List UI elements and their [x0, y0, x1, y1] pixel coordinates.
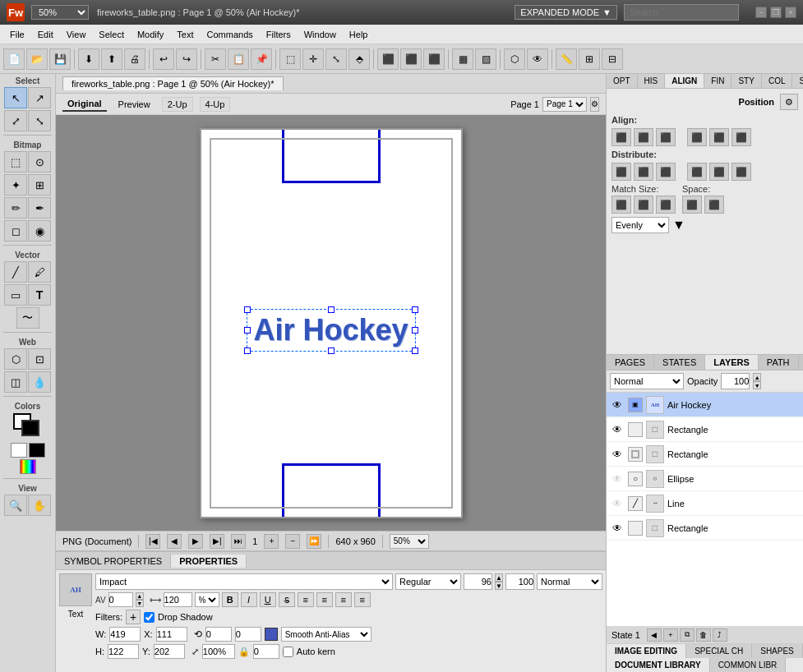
zoom-selector[interactable]: 50% 100% 200% — [31, 5, 89, 20]
text-selection-box[interactable]: Air Hockey — [246, 309, 415, 352]
align-right-btn[interactable]: ⬛ — [656, 128, 676, 146]
panel-tab-swa[interactable]: SWA — [792, 74, 803, 88]
library-tab-common[interactable]: COMMON LIBR — [710, 658, 787, 672]
handle-bl[interactable] — [243, 348, 250, 354]
state-dup-btn[interactable]: ⧉ — [680, 628, 695, 642]
layer-item-ellipse[interactable]: 👁 ○ ○ Ellipse — [607, 467, 803, 491]
document-tab[interactable]: fireworks_table.png : Page 1 @ 50% (Air … — [62, 76, 284, 90]
font-size-down[interactable]: ▼ — [495, 582, 503, 590]
av-input[interactable] — [108, 592, 133, 607]
toolbar-mask[interactable]: ⬡ — [504, 48, 525, 70]
align-top-btn[interactable]: ⬛ — [687, 128, 707, 146]
nav-add-frame[interactable]: + — [264, 534, 279, 549]
space-h-btn[interactable]: ⬛ — [682, 196, 702, 214]
font-family-select[interactable]: Impact — [95, 573, 393, 590]
toolbar-skew[interactable]: ⬘ — [348, 48, 370, 70]
align-left-btn[interactable]: ⬛ — [611, 128, 631, 146]
fill-color-swatch[interactable] — [265, 628, 278, 641]
dist-center-v-btn[interactable]: ⬛ — [709, 163, 729, 181]
bold-button[interactable]: B — [222, 592, 238, 607]
tool-skew[interactable]: ⤡ — [28, 110, 51, 131]
toolbar-group[interactable]: ▦ — [452, 48, 473, 70]
sym-tab-properties[interactable]: PROPERTIES — [171, 555, 247, 568]
tool-blur[interactable]: ◉ — [28, 220, 51, 242]
match-height-btn[interactable]: ⬛ — [634, 196, 653, 214]
restore-button[interactable]: ❒ — [770, 7, 782, 18]
view-tab-preview[interactable]: Preview — [113, 98, 155, 111]
layers-blend-select[interactable]: Normal — [610, 373, 684, 389]
layer-item-rect1[interactable]: 👁 ⬚ Rectangle — [607, 417, 803, 442]
autokern-checkbox[interactable] — [283, 647, 293, 657]
nav-prev[interactable]: ◀ — [167, 534, 182, 549]
tool-pointer[interactable]: ↖ — [4, 87, 27, 108]
panel-tab-his[interactable]: HIS — [638, 74, 666, 88]
antialias-select[interactable]: Smooth Anti-Alias — [281, 627, 372, 642]
swatch-1[interactable] — [11, 443, 27, 458]
tool-hotspot[interactable]: ⬡ — [4, 348, 27, 370]
y-input[interactable] — [154, 644, 185, 659]
layer-eye-air-hockey[interactable]: 👁 — [610, 398, 625, 412]
tool-hand[interactable]: ✋ — [28, 495, 51, 516]
bottom-tab-states[interactable]: STATES — [654, 355, 705, 370]
panel-tab-align[interactable]: ALIGN — [665, 74, 704, 88]
toolbar-align-right[interactable]: ⬛ — [423, 48, 445, 70]
h-input[interactable] — [108, 644, 139, 659]
sym-tab-symbol[interactable]: SYMBOL PROPERTIES — [56, 555, 171, 568]
handle-tr[interactable] — [412, 306, 418, 313]
panel-tab-fin[interactable]: FIN — [704, 74, 731, 88]
handle-ml[interactable] — [243, 327, 250, 334]
toolbar-copy[interactable]: 📋 — [228, 48, 249, 70]
tool-lasso[interactable]: ⊙ — [28, 151, 51, 173]
handle-bm[interactable] — [328, 348, 335, 354]
layer-eye-line[interactable]: 👁 — [610, 496, 625, 511]
menu-view[interactable]: View — [60, 28, 93, 41]
state-move-btn[interactable]: ⤴ — [713, 628, 727, 642]
text-align-justify[interactable]: ≡ — [354, 592, 371, 607]
toolbar-import[interactable]: ⬇ — [78, 48, 99, 70]
stroke-fill-indicator[interactable] — [13, 413, 43, 440]
swatch-3[interactable] — [20, 459, 36, 474]
underline-button[interactable]: U — [260, 592, 276, 607]
tool-pen[interactable]: 🖊 — [28, 261, 51, 283]
swatch-2[interactable] — [29, 443, 45, 458]
scale-x-input[interactable] — [202, 644, 235, 659]
tool-eraser[interactable]: ◻ — [4, 220, 27, 242]
nav-last[interactable]: ⏭ — [231, 534, 246, 549]
italic-button[interactable]: I — [241, 592, 257, 607]
line-height-input[interactable] — [505, 573, 534, 590]
layer-item-air-hockey[interactable]: 👁 ▣ AH Air Hockey — [607, 393, 803, 417]
strikethrough-button[interactable]: S̶ — [279, 592, 295, 607]
footer-tab-special-ch[interactable]: SPECIAL CH — [686, 644, 752, 658]
tool-magic-wand[interactable]: ✦ — [4, 174, 27, 196]
toolbar-paste[interactable]: 📌 — [251, 48, 272, 70]
view-tab-2up[interactable]: 2-Up — [162, 97, 193, 112]
toolbar-align-left[interactable]: ⬛ — [377, 48, 399, 70]
menu-file[interactable]: File — [3, 28, 31, 41]
toolbar-export[interactable]: ⬆ — [101, 48, 122, 70]
nav-play[interactable]: ▶ — [188, 534, 203, 549]
tool-marquee-rect[interactable]: ⬚ — [4, 151, 27, 173]
dist-right-btn[interactable]: ⬛ — [656, 163, 676, 181]
state-prev-btn[interactable]: ◀ — [647, 628, 662, 642]
toolbar-marquee[interactable]: ⬚ — [279, 48, 301, 70]
kern-unit[interactable]: % — [195, 592, 219, 607]
toolbar-grid[interactable]: ⊞ — [579, 48, 600, 70]
dist-bottom-btn[interactable]: ⬛ — [731, 163, 751, 181]
tool-subselect[interactable]: ↗ — [28, 87, 51, 108]
toolbar-new[interactable]: 📄 — [3, 48, 25, 70]
font-size-up[interactable]: ▲ — [495, 573, 503, 582]
layer-eye-rect2[interactable]: 👁 — [610, 447, 625, 462]
align-center-h-btn[interactable]: ⬛ — [634, 128, 653, 146]
menu-filters[interactable]: Filters — [260, 28, 298, 41]
layer-eye-rect3[interactable]: 👁 — [610, 521, 625, 536]
dist-top-btn[interactable]: ⬛ — [687, 163, 707, 181]
bottom-tab-layers[interactable]: LAYERS — [705, 355, 759, 370]
bottom-tab-path[interactable]: PATH — [759, 355, 799, 370]
toolbar-eye[interactable]: 👁 — [527, 48, 548, 70]
nav-del-frame[interactable]: − — [285, 534, 300, 549]
toolbar-print[interactable]: 🖨 — [124, 48, 145, 70]
page-selector[interactable]: Page 1 — [542, 97, 587, 112]
tool-zoom[interactable]: 🔍 — [4, 495, 27, 516]
tool-eyedropper[interactable]: 💧 — [28, 371, 51, 393]
page-settings-btn[interactable]: ⚙ — [590, 97, 599, 112]
